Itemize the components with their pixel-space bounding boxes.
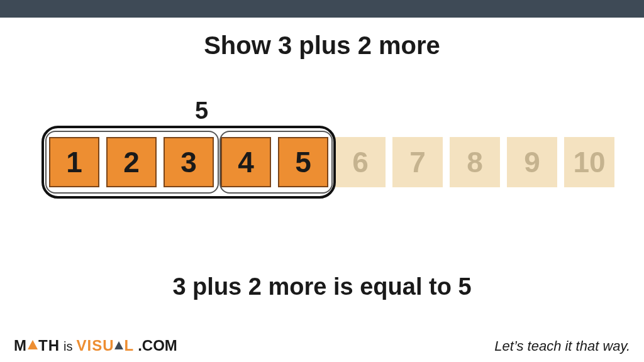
footer: MTH is VISUL.COM Let’s teach it that way… xyxy=(14,337,630,354)
number-tile-7: 7 xyxy=(392,137,443,187)
number-tile-10: 10 xyxy=(564,137,614,187)
logo-math: MTH xyxy=(14,337,60,354)
number-tile-8: 8 xyxy=(450,137,500,187)
number-tile-3: 3 xyxy=(164,137,214,187)
sum-label: 5 xyxy=(195,97,208,124)
number-tile-6: 6 xyxy=(335,137,386,187)
logo-visu: VISU xyxy=(76,337,114,354)
logo-visual: VISUL xyxy=(76,337,134,354)
logo-is: is xyxy=(64,339,72,354)
logo-l: L xyxy=(124,337,134,354)
number-tile-1: 1 xyxy=(49,137,99,187)
site-logo: MTH is VISUL.COM xyxy=(14,337,177,354)
number-tile-9: 9 xyxy=(507,137,557,187)
number-tile-2: 2 xyxy=(106,137,157,187)
logo-com: .COM xyxy=(138,337,177,354)
logo-m: M xyxy=(14,337,27,354)
answer-text: 3 plus 2 more is equal to 5 xyxy=(0,273,644,300)
logo-th: TH xyxy=(38,337,60,354)
page-title: Show 3 plus 2 more xyxy=(0,31,644,60)
number-tile-5: 5 xyxy=(278,137,328,187)
tagline: Let’s teach it that way. xyxy=(494,338,630,354)
number-strip: 12345678910 xyxy=(49,137,615,200)
number-tile-4: 4 xyxy=(221,137,271,187)
header-bar xyxy=(0,0,644,18)
